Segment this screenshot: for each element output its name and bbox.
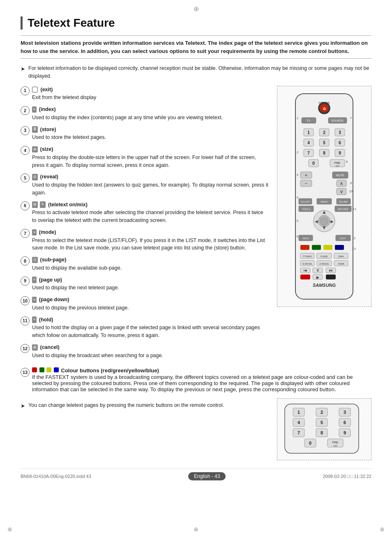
svg-rect-92 bbox=[300, 275, 310, 279]
feature-num-7: 7 bbox=[21, 229, 30, 238]
svg-text:PRE: PRE bbox=[332, 441, 339, 444]
svg-text:∨: ∨ bbox=[340, 189, 343, 194]
remote-svg: ⏻ POWER TV SOURCE 1 2 bbox=[283, 90, 365, 303]
footer-left: BN68-01410A-00Eng-0220.indd 43 bbox=[21, 474, 91, 479]
svg-text:⏻: ⏻ bbox=[323, 107, 326, 111]
bottom-section: ➤ You can change teletext pages by press… bbox=[21, 398, 371, 460]
feature-num-1: 1 bbox=[21, 86, 30, 95]
feature-num-2: 2 bbox=[21, 106, 30, 115]
size-icon: ⊞ bbox=[32, 146, 38, 153]
bottom-remote-svg: 1 2 3 4 5 6 7 8 bbox=[281, 402, 363, 455]
feature-num-11: 11 bbox=[21, 316, 30, 325]
svg-text:INFO: INFO bbox=[303, 237, 309, 240]
page-number-text: English - 43 bbox=[194, 473, 220, 479]
bottom-right: 1 2 3 4 5 6 7 8 bbox=[277, 398, 371, 460]
feature-title-4: (size) bbox=[40, 146, 53, 152]
page-footer: BN68-01410A-00Eng-0220.indd 43 English -… bbox=[21, 468, 371, 480]
feature-title-9: (page up) bbox=[39, 277, 62, 283]
page-number-badge: English - 43 bbox=[188, 472, 226, 480]
svg-text:CH: CH bbox=[336, 165, 339, 167]
mode-icon: ≡ bbox=[32, 229, 37, 236]
svg-text:2: 2 bbox=[321, 410, 323, 415]
cancel-icon: ⊠ bbox=[32, 344, 38, 351]
svg-text:7: 7 bbox=[297, 430, 300, 435]
svg-text:1: 1 bbox=[297, 410, 300, 415]
feature-desc-12: Used to display the broadcast when searc… bbox=[32, 352, 163, 360]
feature-desc-13: If the FASTEXT system is used by a broad… bbox=[32, 374, 371, 392]
feature-title-10: (page down) bbox=[39, 297, 69, 302]
svg-text:▲: ▲ bbox=[322, 209, 327, 215]
svg-text:2: 2 bbox=[323, 130, 325, 135]
feature-num-5: 5 bbox=[21, 173, 30, 182]
bottom-reg-mark: ⊕ bbox=[194, 526, 198, 533]
svg-text:12: 12 bbox=[352, 236, 356, 240]
index-icon: ≡ bbox=[32, 106, 37, 113]
feature-desc-4: Press to display the double-size letters… bbox=[32, 154, 269, 169]
svg-text:W.LINK: W.LINK bbox=[339, 201, 348, 203]
colour-btn-red bbox=[32, 367, 37, 372]
svg-text:1: 1 bbox=[297, 116, 299, 120]
svg-text:0: 0 bbox=[309, 441, 311, 445]
svg-text:8: 8 bbox=[321, 430, 323, 435]
svg-text:EXIT: EXIT bbox=[340, 237, 346, 240]
svg-text:TTXMIX: TTXMIX bbox=[303, 255, 312, 258]
feature-desc-1: Exit from the teletext display bbox=[32, 94, 96, 102]
bottom-note-text: You can change teletext pages by pressin… bbox=[28, 402, 224, 409]
colour-btn-green bbox=[39, 367, 44, 372]
svg-text:POWER: POWER bbox=[319, 102, 330, 104]
feature-desc-11: Used to hold the display on a given page… bbox=[32, 324, 269, 339]
svg-rect-73 bbox=[335, 245, 344, 250]
feature-num-3: 3 bbox=[21, 126, 30, 135]
bottom-left: ➤ You can change teletext pages by press… bbox=[21, 398, 269, 410]
svg-text:0: 0 bbox=[312, 161, 315, 166]
svg-text:E.MODE: E.MODE bbox=[302, 263, 312, 265]
svg-text:⏸: ⏸ bbox=[316, 268, 320, 272]
svg-text:9: 9 bbox=[344, 430, 346, 435]
store-icon: ≣ bbox=[32, 126, 38, 133]
feature-title-1: (exit) bbox=[40, 87, 53, 92]
feature-title-7: (mode) bbox=[39, 229, 56, 235]
svg-text:4: 4 bbox=[297, 420, 300, 425]
feature-title-2: (index) bbox=[39, 106, 56, 112]
registration-mark: ⊕ bbox=[194, 5, 199, 13]
svg-text:9: 9 bbox=[350, 181, 352, 185]
feature-title-8: (sub-page) bbox=[40, 257, 66, 263]
feature-item-4: 4 ⊞ (size) Press to display the double-s… bbox=[21, 145, 269, 169]
bottom-right-reg-mark: ⊕ bbox=[380, 526, 385, 533]
note-text-1: For teletext information to be displayed… bbox=[28, 65, 371, 80]
left-column: 1 (exit) Exit from the teletext display … bbox=[21, 86, 269, 364]
svg-text:⏭: ⏭ bbox=[329, 268, 333, 272]
footer-right: 2008-02-20 □□ 11:32:22 bbox=[323, 474, 371, 479]
svg-text:3: 3 bbox=[344, 410, 346, 415]
pageup-icon: ≡ bbox=[32, 277, 37, 283]
svg-rect-71 bbox=[312, 245, 321, 250]
feature-desc-6: Press to activate teletext mode after se… bbox=[32, 209, 269, 224]
feature-num-10: 10 bbox=[21, 296, 30, 305]
feature-list: 1 (exit) Exit from the teletext display … bbox=[21, 86, 269, 360]
svg-text:P.SIZE: P.SIZE bbox=[321, 255, 328, 258]
feature-num-12: 12 bbox=[21, 344, 30, 353]
svg-text:MUTE: MUTE bbox=[336, 174, 344, 177]
svg-text:⏮: ⏮ bbox=[304, 268, 307, 272]
note-item-1: ➤ For teletext information to be display… bbox=[21, 65, 371, 80]
svg-text:2: 2 bbox=[297, 150, 299, 154]
bottom-remote-small: 1 2 3 4 5 6 7 8 bbox=[277, 398, 371, 460]
svg-rect-72 bbox=[323, 245, 332, 250]
svg-text:3: 3 bbox=[339, 130, 341, 135]
feature-title-3: (store) bbox=[40, 127, 56, 132]
exit-icon bbox=[32, 87, 38, 92]
feature-title-6: (teletext on/mix) bbox=[48, 202, 88, 208]
feature-item-9: 9 ≡ (page up) Used to display the next t… bbox=[21, 276, 269, 292]
feature-num-4: 4 bbox=[21, 146, 30, 155]
svg-text:10: 10 bbox=[349, 189, 353, 193]
svg-text:▼: ▼ bbox=[322, 225, 327, 231]
feature-desc-7: Press to select the teletext mode (LIST/… bbox=[32, 237, 269, 252]
feature-title-5: (reveal) bbox=[40, 174, 58, 180]
feature-item-8: 8 ⊡ (sub-page) Used to display the avail… bbox=[21, 256, 269, 272]
page-title-section: Teletext Feature bbox=[21, 16, 371, 30]
svg-text:5: 5 bbox=[297, 219, 299, 223]
svg-text:TOOLS: TOOLS bbox=[302, 208, 310, 210]
feature-num-13: 13 bbox=[21, 368, 30, 377]
svg-text:5: 5 bbox=[323, 141, 325, 145]
svg-text:−: − bbox=[305, 181, 307, 186]
